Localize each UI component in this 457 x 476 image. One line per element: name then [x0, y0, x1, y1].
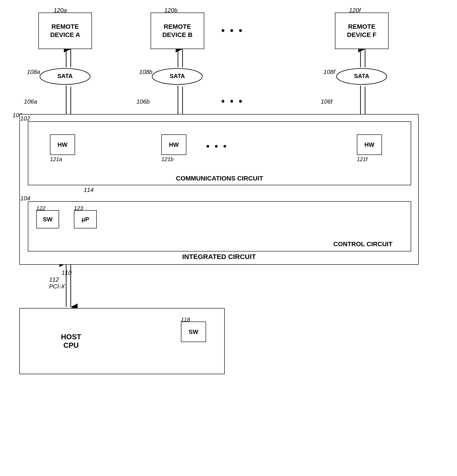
ref-110: 110 [62, 269, 71, 276]
ref-108a: 108a [27, 68, 40, 76]
ref-102: 102 [20, 115, 30, 122]
hw-box-a: HW [50, 134, 75, 155]
sw-box: SW [36, 210, 59, 229]
hw-f-label: HW [364, 141, 374, 148]
hw-a-label: HW [58, 141, 67, 148]
comm-circuit-box: COMMUNICATIONS CIRCUIT 102 HW 121a HW 12… [28, 121, 411, 185]
remote-device-f: REMOTEDEVICE F [335, 13, 389, 49]
ref-104: 104 [20, 195, 30, 202]
diagram-container: 100 120a REMOTEDEVICE A SATA 108a 106a 1… [0, 0, 457, 476]
ref-108b: 108b [139, 68, 152, 76]
sw-label: SW [43, 216, 52, 223]
svg-text:SATA: SATA [170, 73, 185, 79]
host-sw-box: SW [181, 322, 206, 342]
hw-b-label: HW [169, 141, 179, 148]
ellipse-a: SATA [38, 67, 92, 85]
ref-108f: 108f [323, 68, 335, 76]
remote-device-f-label: REMOTEDEVICE F [347, 23, 376, 39]
ellipse-f: SATA [335, 67, 389, 85]
ref-112: 112 [49, 276, 59, 283]
ellipse-b: SATA [151, 67, 204, 85]
comm-label: COMMUNICATIONS CIRCUIT [176, 175, 263, 182]
ctrl-circuit-box: CONTROL CIRCUIT 104 122 SW 123 μP [28, 201, 411, 251]
pci-x-label: PCI-X [49, 283, 65, 290]
ref-114: 114 [84, 187, 93, 194]
hw-box-f: HW [357, 134, 382, 155]
main-ic-box: INTEGRATED CIRCUIT COMMUNICATIONS CIRCUI… [19, 114, 419, 265]
svg-text:SATA: SATA [354, 73, 369, 79]
ref-121f: 121f [357, 156, 368, 162]
svg-text:SATA: SATA [58, 73, 73, 79]
ref-106f: 106f [321, 98, 332, 105]
dots-mid: • • • [221, 96, 244, 107]
ref-121a: 121a [50, 156, 62, 162]
ic-label: INTEGRATED CIRCUIT [182, 253, 256, 261]
host-label: HOSTCPU [61, 333, 81, 349]
ref-106a: 106a [24, 98, 37, 105]
remote-device-b: REMOTEDEVICE B [151, 13, 204, 49]
ref-121b: 121b [161, 156, 173, 162]
remote-device-a-label: REMOTEDEVICE A [50, 23, 80, 39]
host-cpu-box: HOSTCPU 118 SW [19, 308, 225, 374]
remote-device-b-label: REMOTEDEVICE B [162, 23, 192, 39]
ref-106b: 106b [136, 98, 150, 105]
dots-top: • • • [221, 25, 244, 36]
remote-device-a: REMOTEDEVICE A [38, 13, 92, 49]
dots-hw-mid: • • • [206, 141, 228, 152]
up-label: μP [81, 216, 89, 223]
host-sw-label: SW [189, 328, 198, 335]
up-box: μP [74, 210, 97, 229]
ctrl-label: CONTROL CIRCUIT [333, 240, 392, 248]
hw-box-b: HW [161, 134, 186, 155]
